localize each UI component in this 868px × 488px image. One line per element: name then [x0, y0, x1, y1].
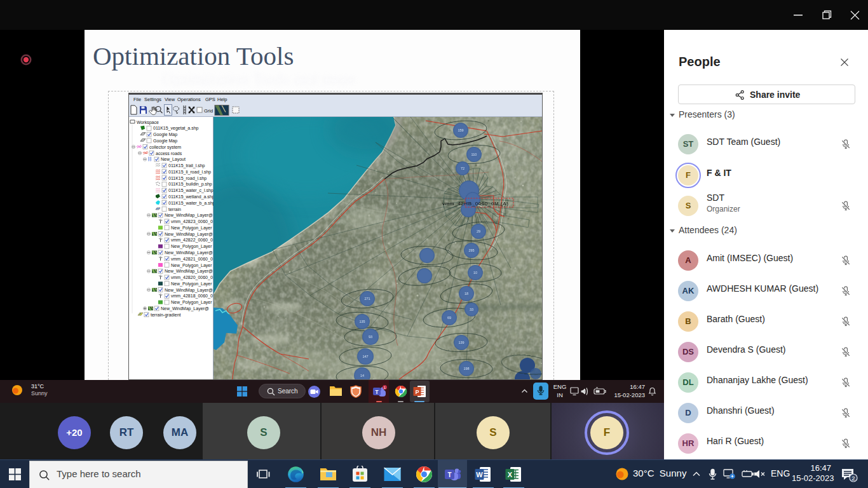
svg-text:110: 110 — [471, 152, 477, 156]
svg-text:vmm_42820_0060_0: vmm_42820_0060_0 — [171, 275, 213, 280]
svg-text:93: 93 — [369, 335, 372, 339]
svg-text:New_Polygon_Layer: New_Polygon_Layer — [171, 263, 212, 268]
svg-text:P: P — [415, 389, 419, 395]
svg-text:147: 147 — [362, 355, 368, 358]
svg-text:New_Layout: New_Layout — [161, 157, 186, 162]
svg-text:011K15_wetland_a.shp: 011K15_wetland_a.shp — [168, 194, 214, 200]
svg-text:collector system: collector system — [149, 145, 181, 150]
svg-text:14: 14 — [360, 374, 364, 377]
svg-text:X: X — [508, 471, 513, 478]
svg-text:159: 159 — [458, 128, 463, 132]
svg-text:10: 10 — [473, 271, 477, 274]
svg-text:New_WindMap_Layer@: New_WindMap_Layer@ — [165, 269, 213, 274]
svg-text:access roads: access roads — [156, 151, 182, 156]
svg-text:135: 135 — [359, 320, 365, 323]
svg-text:New_Polygon_Layer: New_Polygon_Layer — [171, 300, 212, 305]
svg-text:011K15_li_road_l.shp: 011K15_li_road_l.shp — [168, 170, 211, 175]
svg-text:vmm_42HB_0060_0M (A): vmm_42HB_0060_0M (A) — [442, 201, 508, 207]
svg-text:011K15_vegetat_a.shp: 011K15_vegetat_a.shp — [153, 126, 199, 131]
svg-text:18: 18 — [465, 292, 468, 295]
svg-text:011K15_water_b_a.shp: 011K15_water_b_a.shp — [168, 201, 214, 206]
svg-text:W: W — [476, 471, 483, 478]
svg-text:Workspace: Workspace — [137, 120, 159, 125]
svg-text:New_WindMap_Layer@: New_WindMap_Layer@ — [161, 306, 209, 311]
svg-text:T: T — [447, 471, 451, 478]
svg-text:011K15_buildin_p.shp: 011K15_buildin_p.shp — [168, 182, 212, 187]
svg-text:T: T — [375, 389, 379, 395]
svg-text:72: 72 — [461, 166, 465, 170]
svg-text:271: 271 — [364, 297, 370, 301]
svg-text:139: 139 — [458, 341, 464, 344]
svg-text:terrain-gradient: terrain-gradient — [151, 313, 181, 318]
svg-text:011K15_road_l.shp: 011K15_road_l.shp — [168, 176, 207, 181]
svg-text:terrain: terrain — [168, 207, 181, 212]
svg-text:69: 69 — [447, 316, 451, 320]
svg-text:vmm_42823_0060_0: vmm_42823_0060_0 — [171, 219, 213, 224]
svg-text:198: 198 — [463, 367, 469, 370]
svg-text:vmm_42818_0060_0: vmm_42818_0060_0 — [171, 294, 213, 299]
svg-text:New_WindMap_Layer@: New_WindMap_Layer@ — [165, 250, 213, 255]
svg-text:Google Map: Google Map — [153, 139, 177, 144]
svg-text:vmm_42821_0060_0: vmm_42821_0060_0 — [171, 257, 213, 262]
svg-text:Grid: Grid — [204, 108, 213, 114]
svg-text:New_Polygon_Layer: New_Polygon_Layer — [171, 226, 212, 231]
svg-text:Google Map: Google Map — [153, 132, 177, 137]
svg-text:295: 295 — [468, 248, 474, 252]
svg-text:33: 33 — [470, 308, 473, 311]
svg-text:1: 1 — [384, 386, 386, 390]
svg-text:New_WindMap_Layer@: New_WindMap_Layer@ — [165, 232, 213, 237]
svg-text:New_Polygon_Layer: New_Polygon_Layer — [171, 244, 212, 249]
svg-text:New_Polygon_Layer: New_Polygon_Layer — [171, 281, 212, 287]
svg-text:011K15_trail_l.shp: 011K15_trail_l.shp — [168, 163, 205, 168]
svg-text:New_WindMap_Layer@: New_WindMap_Layer@ — [165, 288, 213, 293]
svg-text:New_WindMap_Layer@: New_WindMap_Layer@ — [165, 213, 213, 218]
svg-text:2: 2 — [851, 475, 855, 482]
svg-text:29: 29 — [477, 229, 480, 233]
svg-text:011K15_water_c_l.shp: 011K15_water_c_l.shp — [168, 188, 214, 193]
svg-text:vmm_42822_0060_0: vmm_42822_0060_0 — [171, 238, 213, 243]
